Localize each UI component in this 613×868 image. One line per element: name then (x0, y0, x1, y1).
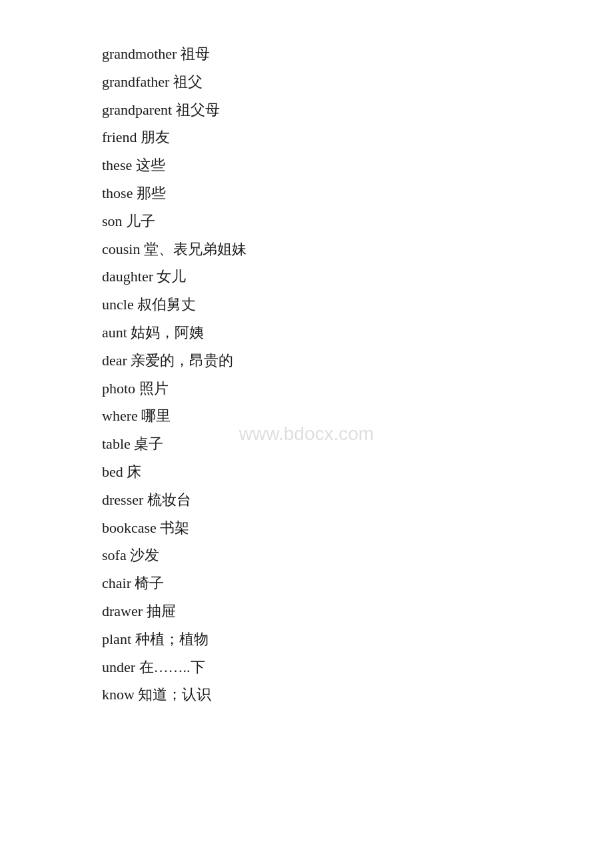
list-item: sofa 沙发 (102, 541, 511, 569)
vocab-chinese: 在……..下 (139, 659, 205, 675)
list-item: aunt 姑妈，阿姨 (102, 319, 511, 347)
vocab-english: bookcase (102, 519, 160, 536)
vocab-chinese: 梳妆台 (147, 491, 191, 508)
vocab-english: grandfather (102, 73, 173, 90)
list-item: chair 椅子 (102, 569, 511, 597)
vocab-english: under (102, 659, 139, 675)
vocab-chinese: 椅子 (135, 575, 164, 591)
list-item: photo 照片 (102, 375, 511, 403)
list-item: dear 亲爱的，昂贵的 (102, 347, 511, 375)
list-item: grandmother 祖母 (102, 40, 511, 68)
vocab-chinese: 朋友 (141, 129, 170, 145)
vocab-english: dear (102, 352, 131, 369)
vocab-chinese: 祖父母 (176, 101, 220, 118)
vocab-chinese: 祖母 (181, 45, 210, 62)
vocab-english: uncle (102, 296, 137, 313)
vocab-chinese: 哪里 (141, 407, 171, 424)
list-item: these 这些 (102, 151, 511, 179)
vocab-chinese: 抽屉 (147, 603, 176, 619)
list-item: cousin 堂、表兄弟姐妹 (102, 235, 511, 263)
vocab-english: those (102, 185, 137, 201)
list-item: where 哪里 (102, 402, 511, 430)
vocab-english: grandparent (102, 101, 176, 118)
vocab-english: drawer (102, 603, 147, 619)
vocab-english: table (102, 435, 134, 452)
list-item: bookcase 书架 (102, 514, 511, 542)
vocab-english: aunt (102, 324, 131, 341)
list-item: those 那些 (102, 179, 511, 207)
vocab-english: grandmother (102, 45, 181, 62)
vocab-chinese: 床 (127, 463, 141, 480)
vocab-english: these (102, 157, 136, 173)
vocab-chinese: 儿子 (126, 213, 155, 229)
vocab-english: dresser (102, 491, 147, 508)
list-item: grandfather 祖父 (102, 68, 511, 96)
list-item: dresser 梳妆台 (102, 486, 511, 514)
vocab-chinese: 书架 (160, 519, 189, 536)
vocab-english: bed (102, 463, 127, 480)
vocab-english: sofa (102, 547, 130, 563)
vocab-chinese: 那些 (137, 185, 166, 201)
vocab-chinese: 照片 (139, 380, 169, 397)
list-item: table 桌子 (102, 430, 511, 458)
vocab-english: plant (102, 631, 135, 647)
list-item: plant 种植；植物 (102, 625, 511, 653)
vocab-english: friend (102, 129, 141, 145)
vocab-chinese: 堂、表兄弟姐妹 (144, 241, 247, 257)
vocab-english: daughter (102, 268, 157, 285)
vocab-chinese: 沙发 (130, 547, 159, 563)
list-item: drawer 抽屉 (102, 597, 511, 625)
list-item: under 在……..下 (102, 653, 511, 681)
list-item: know 知道；认识 (102, 681, 511, 709)
vocab-chinese: 种植；植物 (135, 631, 209, 647)
vocab-chinese: 桌子 (134, 435, 163, 452)
vocab-chinese: 这些 (136, 157, 165, 173)
content-area: grandmother 祖母grandfather 祖父grandparent … (0, 0, 613, 749)
vocab-chinese: 亲爱的，昂贵的 (131, 352, 233, 369)
vocab-english: cousin (102, 241, 144, 257)
vocab-chinese: 叔伯舅丈 (137, 296, 196, 313)
list-item: son 儿子 (102, 207, 511, 235)
list-item: grandparent 祖父母 (102, 96, 511, 124)
vocab-english: chair (102, 575, 135, 591)
vocab-english: photo (102, 380, 139, 397)
list-item: friend 朋友 (102, 123, 511, 151)
list-item: daughter 女儿 (102, 263, 511, 291)
vocab-chinese: 姑妈，阿姨 (131, 324, 204, 341)
vocab-english: know (102, 686, 138, 703)
vocab-english: son (102, 213, 126, 229)
vocab-chinese: 知道；认识 (138, 686, 211, 703)
vocab-english: where (102, 407, 141, 424)
vocab-chinese: 祖父 (173, 73, 203, 90)
list-item: bed 床 (102, 458, 511, 486)
list-item: uncle 叔伯舅丈 (102, 291, 511, 319)
vocab-chinese: 女儿 (157, 268, 186, 285)
